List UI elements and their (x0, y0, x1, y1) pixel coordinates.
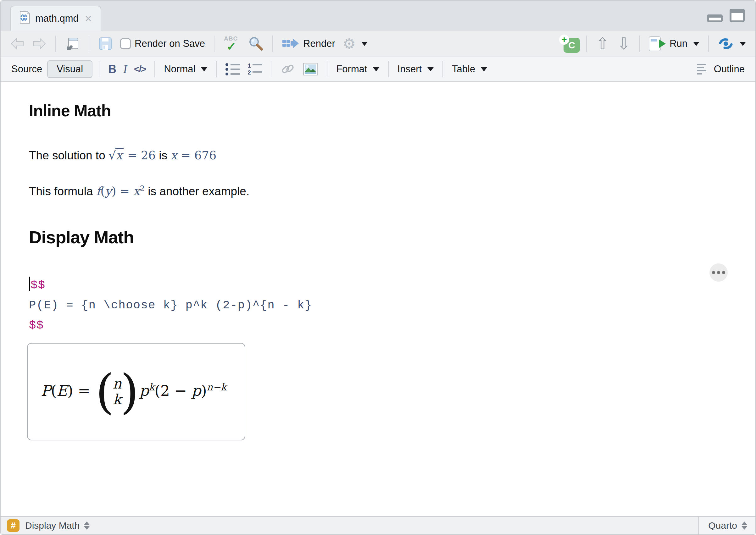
eq-p: p (191, 381, 201, 399)
forward-button[interactable] (30, 36, 49, 51)
eq-paren: ( (51, 381, 57, 399)
editor-toolbar: Render on Save ABC ✓ Ren (1, 31, 755, 57)
math-var-x: x (170, 149, 177, 162)
text-run: The solution to (29, 149, 108, 162)
numbered-list-button[interactable]: 1 2 (245, 61, 265, 77)
toolbar-separator (155, 61, 155, 77)
rendered-equation: P(E) = (nk)pk(2 − p)n−k (41, 371, 226, 413)
inline-math-x-676: x = 676 (170, 149, 217, 162)
paragraph-style-dropdown[interactable]: Normal (161, 62, 210, 76)
eq-paren: ) (67, 381, 73, 399)
plus-badge-icon: + (559, 35, 569, 44)
find-replace-button[interactable] (245, 35, 266, 53)
insert-image-button[interactable] (300, 61, 320, 77)
dropdown-caret-icon (201, 67, 207, 71)
insert-menu-label: Insert (397, 64, 422, 75)
math-delimiter-line[interactable]: $$ (29, 275, 755, 295)
toolbar-separator (214, 36, 215, 52)
run-label: Run (670, 38, 687, 49)
math-paren: ) = (112, 184, 133, 198)
toolbar-separator (708, 36, 709, 52)
bullet-list-icon (225, 63, 240, 76)
heading-inline-math: Inline Math (29, 101, 755, 120)
text-run: This formula (29, 185, 96, 198)
down-arrow-icon: ⇩ (617, 36, 631, 52)
tab-math-qmd[interactable]: math.qmd × (10, 6, 101, 31)
status-bar: # Display Math Quarto (1, 516, 755, 534)
math-equals-26: = 26 (124, 149, 156, 162)
eq-P: P (41, 381, 51, 399)
eq-paren: ( (155, 381, 160, 399)
insert-link-button[interactable] (278, 61, 298, 78)
checkbox-unchecked[interactable] (120, 38, 131, 49)
render-on-save-checkbox[interactable]: Render on Save (118, 37, 208, 51)
section-navigator[interactable]: Display Math (25, 520, 79, 531)
big-paren-close: ) (120, 371, 139, 413)
table-menu[interactable]: Table (450, 62, 490, 76)
latex-source-line[interactable]: P(E) = {n \choose k} p^k (2-p)^{n - k} (29, 295, 755, 315)
display-math-source-block[interactable]: $$ P(E) = {n \choose k} p^k (2-p)^{n - k… (29, 275, 755, 335)
block-options-button[interactable] (710, 264, 728, 282)
insert-menu[interactable]: Insert (395, 62, 436, 76)
text-run: is (156, 149, 170, 162)
dropdown-caret-icon (693, 42, 699, 46)
spellcheck-icon: ABC ✓ (223, 35, 240, 52)
toolbar-separator (272, 36, 273, 52)
source-mode-toggle[interactable]: Source (9, 62, 45, 76)
bold-button[interactable]: B (106, 61, 119, 77)
paragraph-inline-math-1: The solution to √x = 26 is x = 676 (29, 148, 755, 162)
dropdown-caret-icon (373, 67, 379, 71)
render-button[interactable]: Render (279, 36, 338, 51)
back-button[interactable] (8, 36, 27, 51)
save-button[interactable] (96, 35, 115, 52)
rstudio-editor-pane: math.qmd × (0, 0, 756, 535)
eq-paren: ) (201, 381, 207, 399)
numeral-one: 1 (247, 63, 251, 69)
insert-chunk-button[interactable]: C + (559, 35, 580, 53)
dropdown-caret-icon (481, 67, 487, 71)
math-paren: ( (101, 184, 105, 198)
toolbar-separator (388, 61, 389, 77)
run-button[interactable]: Run (646, 35, 702, 52)
code-format-button[interactable]: </> (131, 63, 148, 76)
outline-toggle[interactable]: Outline (694, 62, 747, 76)
toolbar-separator (271, 61, 272, 77)
format-menu-label: Format (336, 64, 367, 75)
format-menu[interactable]: Format (334, 62, 381, 76)
math-delimiter-close[interactable]: $$ (29, 315, 755, 335)
binomial-coefficient: (nk) (96, 371, 139, 413)
eq-two: 2 (160, 381, 170, 399)
go-to-next-section-button[interactable]: ⇩ (615, 34, 633, 53)
render-icon (282, 38, 299, 50)
numbered-list-icon: 1 2 (247, 63, 262, 76)
rerun-button[interactable] (715, 36, 748, 52)
toolbar-separator (586, 36, 587, 52)
minimize-pane-icon[interactable] (707, 14, 723, 22)
close-tab-icon[interactable]: × (85, 13, 92, 24)
go-to-previous-section-button[interactable]: ⇧ (593, 34, 612, 53)
toolbar-separator (639, 36, 640, 52)
visual-label: Visual (57, 64, 83, 75)
section-selector-arrows-icon[interactable] (84, 521, 90, 530)
spellcheck-button[interactable]: ABC ✓ (221, 34, 243, 53)
format-toolbar: Source Visual B I </> Normal 1 2 (1, 57, 755, 82)
eq-E: E (57, 381, 67, 399)
document-mode-selector[interactable]: Quarto (698, 517, 755, 534)
check-icon: ✓ (226, 40, 237, 53)
render-label: Render (303, 38, 335, 49)
dropdown-caret-icon (361, 42, 368, 46)
visual-editor-canvas[interactable]: Inline Math The solution to √x = 26 is x… (1, 82, 755, 516)
maximize-pane-icon[interactable] (730, 9, 745, 22)
outline-label: Outline (714, 64, 745, 75)
toolbar-separator (443, 61, 443, 77)
math-equals-676: = 676 (177, 149, 217, 162)
open-in-new-window-button[interactable] (62, 35, 82, 52)
bullet-list-button[interactable] (223, 61, 243, 77)
eq-p: p (139, 381, 149, 399)
visual-mode-toggle[interactable]: Visual (47, 60, 93, 78)
italic-button[interactable]: I (121, 63, 129, 76)
numeral-two: 2 (247, 70, 251, 75)
render-settings-button[interactable]: ⚙ (340, 35, 370, 52)
big-paren-open: ( (96, 371, 114, 413)
link-icon (280, 62, 295, 76)
